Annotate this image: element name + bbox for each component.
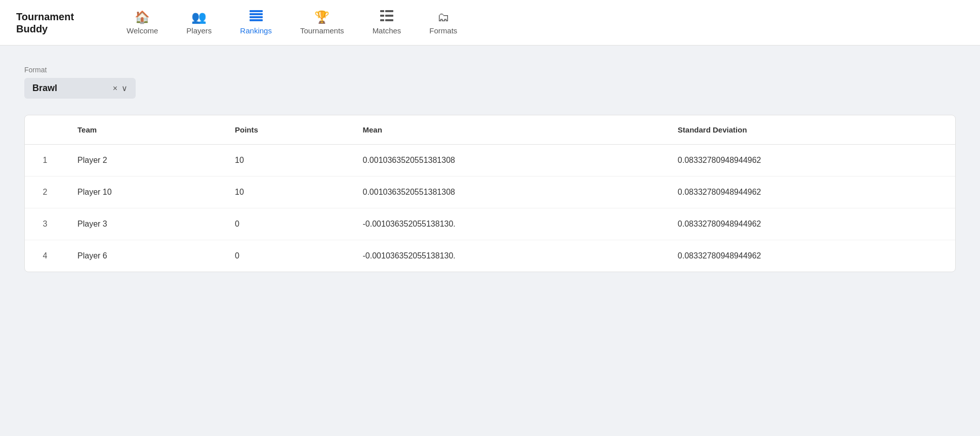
table-row: 2 Player 10 10 0.001036352055138130​8 0.… bbox=[25, 177, 955, 208]
svg-rect-0 bbox=[250, 10, 263, 12]
main-nav: 🏠 Welcome 👥 Players Rankings 🏆 Tournamen bbox=[114, 6, 469, 39]
format-selected-value: Brawl bbox=[32, 83, 109, 94]
cell-mean: -0.001036352055138130​. bbox=[351, 208, 666, 240]
cell-std-dev: 0.08332780948944962 bbox=[666, 177, 955, 208]
cell-team: Player 6 bbox=[65, 240, 223, 272]
svg-rect-8 bbox=[380, 19, 384, 21]
chevron-down-icon[interactable]: ∨ bbox=[121, 83, 128, 93]
cell-rank: 2 bbox=[25, 177, 65, 208]
cell-points: 0 bbox=[223, 240, 351, 272]
table-row: 3 Player 3 0 -0.001036352055138130​. 0.0… bbox=[25, 208, 955, 240]
cell-std-dev: 0.08332780948944962 bbox=[666, 208, 955, 240]
format-select[interactable]: Brawl × ∨ bbox=[24, 78, 136, 99]
nav-item-matches[interactable]: Matches bbox=[360, 6, 414, 39]
matches-icon bbox=[380, 10, 393, 24]
table-header-row: Team Points Mean Standard Deviation bbox=[25, 115, 955, 145]
cell-std-dev: 0.08332780948944962 bbox=[666, 145, 955, 177]
cell-mean: -0.001036352055138130​. bbox=[351, 240, 666, 272]
nav-item-formats[interactable]: 🗂 Formats bbox=[417, 6, 469, 39]
col-header-team: Team bbox=[65, 115, 223, 145]
nav-item-players[interactable]: 👥 Players bbox=[174, 6, 224, 39]
cell-team: Player 10 bbox=[65, 177, 223, 208]
svg-rect-3 bbox=[250, 19, 263, 21]
format-label: Format bbox=[24, 66, 956, 74]
col-header-points: Points bbox=[223, 115, 351, 145]
svg-rect-5 bbox=[385, 10, 393, 12]
cell-mean: 0.001036352055138130​8 bbox=[351, 145, 666, 177]
table-row: 1 Player 2 10 0.001036352055138130​8 0.0… bbox=[25, 145, 955, 177]
col-header-rank bbox=[25, 115, 65, 145]
cell-rank: 4 bbox=[25, 240, 65, 272]
col-header-mean: Mean bbox=[351, 115, 666, 145]
svg-rect-4 bbox=[380, 10, 384, 12]
table-row: 4 Player 6 0 -0.001036352055138130​. 0.0… bbox=[25, 240, 955, 272]
nav-label-welcome: Welcome bbox=[127, 26, 158, 35]
nav-label-tournaments: Tournaments bbox=[300, 26, 344, 35]
nav-label-players: Players bbox=[186, 26, 212, 35]
main-content: Format Brawl × ∨ Team Points Mean Standa… bbox=[0, 46, 980, 292]
cell-team: Player 3 bbox=[65, 208, 223, 240]
col-header-std-dev: Standard Deviation bbox=[666, 115, 955, 145]
rankings-table-container: Team Points Mean Standard Deviation 1 Pl… bbox=[24, 115, 956, 272]
nav-label-formats: Formats bbox=[429, 26, 457, 35]
nav-label-rankings: Rankings bbox=[240, 26, 272, 35]
nav-item-rankings[interactable]: Rankings bbox=[228, 6, 284, 39]
header: Tournament Buddy 🏠 Welcome 👥 Players Ran… bbox=[0, 0, 980, 46]
rankings-table: Team Points Mean Standard Deviation 1 Pl… bbox=[25, 115, 955, 272]
svg-rect-2 bbox=[250, 16, 263, 18]
svg-rect-9 bbox=[385, 19, 393, 21]
format-clear-icon[interactable]: × bbox=[113, 84, 117, 93]
svg-rect-7 bbox=[385, 15, 393, 17]
cell-std-dev: 0.08332780948944962 bbox=[666, 240, 955, 272]
cell-points: 10 bbox=[223, 177, 351, 208]
brand-title: Tournament Buddy bbox=[16, 11, 74, 35]
nav-label-matches: Matches bbox=[373, 26, 401, 35]
tournaments-icon: 🏆 bbox=[314, 10, 330, 24]
nav-item-tournaments[interactable]: 🏆 Tournaments bbox=[288, 6, 356, 39]
rankings-icon bbox=[250, 10, 263, 24]
svg-rect-1 bbox=[250, 13, 263, 15]
svg-rect-6 bbox=[380, 15, 384, 17]
cell-rank: 1 bbox=[25, 145, 65, 177]
welcome-icon: 🏠 bbox=[135, 10, 150, 24]
cell-rank: 3 bbox=[25, 208, 65, 240]
format-filter-section: Format Brawl × ∨ bbox=[24, 66, 956, 99]
players-icon: 👥 bbox=[191, 10, 207, 24]
cell-mean: 0.001036352055138130​8 bbox=[351, 177, 666, 208]
cell-points: 0 bbox=[223, 208, 351, 240]
cell-team: Player 2 bbox=[65, 145, 223, 177]
nav-item-welcome[interactable]: 🏠 Welcome bbox=[114, 6, 170, 39]
formats-icon: 🗂 bbox=[437, 10, 450, 24]
cell-points: 10 bbox=[223, 145, 351, 177]
